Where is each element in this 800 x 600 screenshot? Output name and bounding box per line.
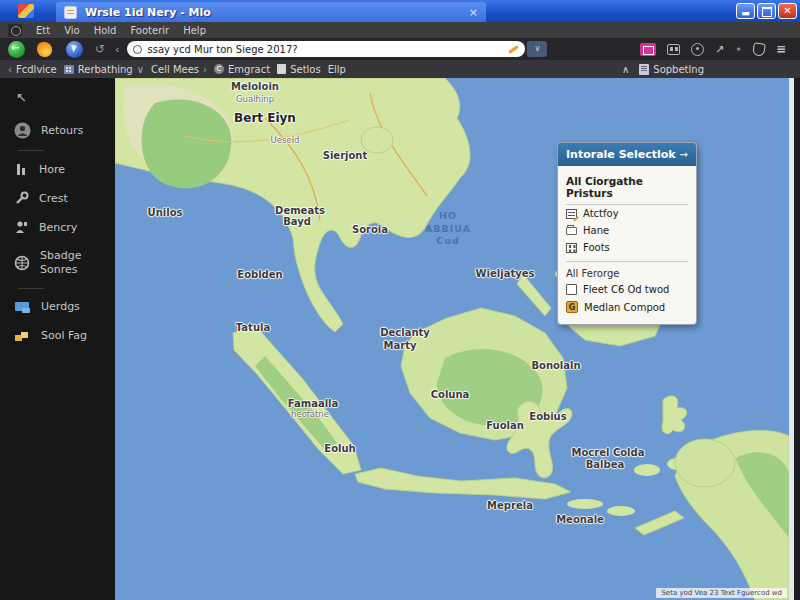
hamburger-menu-icon[interactable]: ≡ [776, 42, 786, 56]
panel-body: All Ciorgathe Pristurs Atctfoy Hane Foot… [558, 166, 696, 324]
url-input[interactable]: ssay ycd Mur ton Siege 2017? [147, 44, 503, 55]
globe-icon [14, 255, 30, 271]
map-label: Meonale [556, 514, 604, 525]
sidebar-item-sbadge-sonres[interactable]: Sbadge Sonres [0, 242, 115, 284]
panel-item-label: Hane [583, 225, 609, 236]
map-label: Soroia [352, 224, 388, 235]
menu-item-history[interactable]: Hold [94, 25, 117, 36]
map-viewport[interactable]: MeloloinGualhinpBert EiynUeseldSierjontU… [115, 78, 789, 600]
map-label: HO [439, 210, 457, 221]
bookmarks-right: ∧ Sopbetlng [622, 64, 800, 75]
map-label: Sierjont [323, 150, 368, 161]
refresh-icon[interactable]: ↻ [95, 42, 105, 56]
sidebar-item-hore[interactable]: Hore [0, 155, 115, 184]
map-label: Cud [436, 235, 460, 246]
window-edge [794, 78, 800, 600]
sidebar-item-bencry[interactable]: Bencry [0, 213, 115, 242]
table-edit-icon [566, 209, 577, 219]
browser-window: Wrsle 1id Nery - Mlo × ▬ ✕ Ett Vio Hold … [0, 0, 800, 600]
maximize-button[interactable] [757, 3, 776, 19]
sidebar-item-label: Retours [41, 124, 83, 138]
panel-item-foots[interactable]: Foots [566, 239, 688, 256]
panel-item-label: Atctfoy [583, 208, 619, 219]
menu-item-edit[interactable]: Ett [36, 25, 50, 36]
back-chevron-icon[interactable]: ‹ [115, 43, 119, 56]
search-icon [133, 45, 142, 54]
map-label: Declanty [380, 327, 430, 338]
map-label: Tatula [236, 322, 270, 333]
chevron-left-icon: ‹ [8, 64, 12, 75]
sidebar-divider [18, 150, 44, 151]
navigation-bar: ↻ ‹ ssay ycd Mur ton Siege 2017? ∨ ↗ ✶ ≡ [0, 38, 800, 60]
panel-checkbox-row[interactable]: Fleet C6 Od twod [566, 281, 688, 298]
close-button[interactable]: ✕ [778, 3, 797, 19]
person-icon [14, 220, 29, 235]
sidebar-divider [18, 288, 44, 289]
back-button[interactable] [8, 41, 25, 58]
chevron-up-icon[interactable]: ∧ [622, 64, 629, 75]
tab-close-icon[interactable]: × [469, 6, 478, 19]
app-orb-icon[interactable] [66, 41, 83, 58]
bookmark-label: Setlos [290, 64, 321, 75]
files-icon [14, 329, 31, 343]
flame-icon[interactable] [37, 42, 52, 57]
bookmark-item[interactable]: Sopbetlng [639, 64, 704, 75]
sidebar-item-sool-fag[interactable]: Sool Fag [0, 322, 115, 350]
url-dropdown-button[interactable]: ∨ [527, 41, 547, 57]
edit-url-icon[interactable] [509, 45, 520, 54]
panel-item-activity[interactable]: Atctfoy [566, 205, 688, 222]
wrench-icon [14, 191, 29, 206]
bookmark-item[interactable]: Setlos [277, 64, 321, 75]
address-bar[interactable]: ssay ycd Mur ton Siege 2017? [127, 41, 525, 57]
menu-item-help[interactable]: Help [183, 25, 206, 36]
bookmark-item[interactable]: C Emgract [214, 64, 270, 75]
left-sidebar: ↖ Retours Hore Crest Bencry Sbadge Sonre… [0, 78, 115, 600]
sidebar-item-retours[interactable]: Retours [0, 115, 115, 146]
panel-section-title: All Ciorgathe Pristurs [566, 172, 688, 205]
panel-section-title: All Ferorge [566, 261, 688, 281]
bookmark-item[interactable]: ‹ Fcdlvice [8, 64, 57, 75]
map-label: Ueseld [271, 135, 300, 145]
checkbox-icon[interactable] [566, 284, 577, 295]
grid-icon [64, 65, 74, 74]
map-label: Eoluh [324, 443, 355, 454]
sidebar-item-label: Hore [39, 163, 65, 177]
browser-tab[interactable]: Wrsle 1id Nery - Mlo × [56, 2, 486, 22]
panel-arrow-icon[interactable]: → [680, 149, 688, 160]
map-label: Bert Eiyn [234, 111, 296, 125]
panel-item-hane[interactable]: Hane [566, 222, 688, 239]
sidebar-item-uerdgs[interactable]: Uerdgs [0, 293, 115, 322]
bookmarks-bar: ‹ Fcdlvice Rerbathing ∨ Cell Mees › C Em… [0, 60, 800, 78]
record-circle-icon[interactable] [691, 43, 704, 56]
sidebar-item-label: Crest [39, 192, 68, 206]
map-label: heofatne [291, 409, 329, 419]
map-label: Famaalla [288, 398, 339, 409]
chevron-right-icon: › [203, 64, 207, 75]
sidebar-item-crest[interactable]: Crest [0, 184, 115, 213]
menu-item-view[interactable]: Vio [64, 25, 80, 36]
browser-logo-icon[interactable] [8, 24, 22, 37]
bookmark-folder[interactable]: Rerbathing ∨ [64, 64, 144, 75]
menu-item-bookmarks[interactable]: Footerir [130, 25, 169, 36]
panel-media-row[interactable]: G Medlan Compod [566, 298, 688, 316]
apps-grid-icon[interactable] [667, 44, 680, 55]
extension-pink-icon[interactable] [640, 43, 656, 56]
map-label: Demeats [275, 205, 325, 216]
bookmark-label: Rerbathing [78, 64, 133, 75]
sidebar-back-icon[interactable]: ↖ [16, 90, 115, 105]
minimize-button[interactable]: ▬ [736, 3, 755, 19]
panel-header[interactable]: Intorale Selectlok → [558, 143, 696, 166]
pen-icon[interactable]: ↗ [715, 43, 724, 56]
map-label: Marty [384, 340, 417, 351]
map-label: Mocrel Colda [572, 447, 645, 458]
page-favicon-icon [64, 6, 77, 19]
panel-item-label: Foots [583, 242, 610, 253]
star-icon[interactable]: ✶ [735, 45, 742, 54]
map-label: Gualhinp [236, 94, 274, 104]
bookmark-item[interactable]: Ellp [328, 64, 346, 75]
monitor-icon [14, 300, 31, 315]
map-label: Balbea [586, 459, 625, 470]
shield-icon[interactable] [752, 42, 766, 57]
bookmark-item[interactable]: Cell Mees › [151, 64, 207, 75]
window-controls: ▬ ✕ [736, 3, 797, 19]
